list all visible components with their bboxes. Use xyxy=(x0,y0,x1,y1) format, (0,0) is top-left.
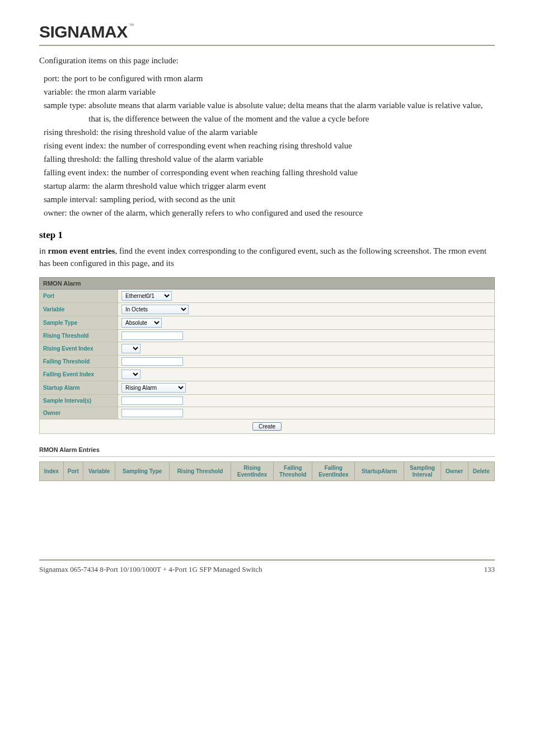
brand-bar: SIGNAMAX™ xyxy=(39,22,495,46)
entries-column-header: FallingThreshold xyxy=(273,462,312,481)
rising-event-index-select[interactable] xyxy=(121,344,140,353)
create-button[interactable]: Create xyxy=(252,422,282,431)
owner-input[interactable] xyxy=(121,409,183,417)
config-item: port:the port to be configured with rmon… xyxy=(44,72,495,85)
intro-paragraph: Configuration items on this page include… xyxy=(39,55,495,67)
config-item-term: owner: xyxy=(44,206,67,220)
config-item-desc: the number of corresponding event when r… xyxy=(111,166,358,179)
rising-threshold-input[interactable] xyxy=(121,332,183,340)
config-item-term: falling event index: xyxy=(44,166,109,179)
entries-column-header: Delete xyxy=(468,462,494,481)
footer-right: 133 xyxy=(484,565,495,574)
entries-header-row: IndexPortVariableSampling TypeRising Thr… xyxy=(40,462,495,481)
falling-threshold-input[interactable] xyxy=(121,357,183,366)
config-item-desc: the rising threshold value of the alarm … xyxy=(101,125,257,139)
config-item-term: sample type: xyxy=(44,99,86,125)
config-item: falling event index:the number of corres… xyxy=(44,166,495,179)
entries-column-header: StartupAlarm xyxy=(355,462,404,481)
falling-event-index-select[interactable] xyxy=(121,370,140,379)
entries-column-header: Index xyxy=(40,462,64,481)
config-item-term: port: xyxy=(44,72,59,85)
label-sample-type: Sample Type xyxy=(40,316,118,330)
label-owner: Owner xyxy=(40,407,118,419)
config-item-desc: the number of corresponding event when r… xyxy=(109,139,352,152)
label-rising-threshold: Rising Threshold xyxy=(40,330,118,342)
label-sample-interval: Sample Interval(s) xyxy=(40,395,118,407)
sample-interval-input[interactable] xyxy=(121,396,183,405)
entries-column-header: FallingEventIndex xyxy=(312,462,355,481)
brand-tm: ™ xyxy=(129,22,134,29)
entries-separator xyxy=(39,456,495,457)
label-variable: Variable xyxy=(40,303,118,316)
label-falling-event-index: Falling Event Index xyxy=(40,368,118,381)
variable-select[interactable]: In Octets xyxy=(121,305,189,314)
label-rising-event-index: Rising Event Index xyxy=(40,342,118,356)
config-item-term: variable: xyxy=(44,85,73,99)
entries-column-header: Port xyxy=(63,462,83,481)
config-item-desc: absolute means that alarm variable value… xyxy=(88,99,495,125)
config-item: startup alarm:the alarm threshold value … xyxy=(44,179,495,193)
brand-name: SIGNAMAX xyxy=(39,22,128,41)
label-startup-alarm: Startup Alarm xyxy=(40,381,118,395)
form-title: RMON Alarm xyxy=(40,278,495,290)
step-paragraph: in rmon event entries, find the event in… xyxy=(39,245,495,270)
config-item: falling threshold:the falling threshold … xyxy=(44,152,495,166)
footer-bar: Signamax 065-7434 8-Port 10/100/1000T + … xyxy=(39,559,495,574)
port-select[interactable]: Ethernet0/1 xyxy=(121,291,172,301)
step-heading: step 1 xyxy=(39,230,495,241)
label-port: Port xyxy=(40,290,118,303)
entries-column-header: SamplingInterval xyxy=(404,462,441,481)
config-item: rising event index:the number of corresp… xyxy=(44,139,495,152)
footer-left: Signamax 065-7434 8-Port 10/100/1000T + … xyxy=(39,565,262,574)
config-item: sample interval:sampling period, with se… xyxy=(44,193,495,206)
config-item-desc: the owner of the alarm, which generally … xyxy=(69,206,363,220)
entries-title: RMON Alarm Entries xyxy=(39,446,495,453)
entries-grid: IndexPortVariableSampling TypeRising Thr… xyxy=(39,461,495,481)
config-item-desc: the rmon alarm variable xyxy=(75,85,156,99)
config-item-desc: the falling threshold value of the alarm… xyxy=(104,152,263,166)
entries-column-header: RisingEventIndex xyxy=(231,462,274,481)
config-item-term: falling threshold: xyxy=(44,152,101,166)
config-item: rising threshold:the rising threshold va… xyxy=(44,125,495,139)
entries-column-header: Owner xyxy=(441,462,468,481)
entries-column-header: Variable xyxy=(83,462,115,481)
config-item-desc: the alarm threshold value which trigger … xyxy=(92,179,266,193)
label-falling-threshold: Falling Threshold xyxy=(40,356,118,368)
startup-alarm-select[interactable]: Rising Alarm xyxy=(121,383,186,393)
rmon-alarm-form: RMON Alarm Port Ethernet0/1 Variable In … xyxy=(39,277,495,434)
sample-type-select[interactable]: Absolute xyxy=(121,318,162,328)
config-item: owner:the owner of the alarm, which gene… xyxy=(44,206,495,220)
config-item-term: rising threshold: xyxy=(44,125,99,139)
config-item-desc: the port to be configured with rmon alar… xyxy=(62,72,203,85)
config-item-term: rising event index: xyxy=(44,139,106,152)
config-item-desc: sampling period, with second as the unit xyxy=(100,193,235,206)
config-item-list: port:the port to be configured with rmon… xyxy=(44,72,495,220)
config-item-term: sample interval: xyxy=(44,193,97,206)
config-item: variable:the rmon alarm variable xyxy=(44,85,495,99)
config-item: sample type:absolute means that alarm va… xyxy=(44,99,495,125)
step-text-bold: rmon event entries xyxy=(48,246,115,255)
step-text-before: in xyxy=(39,246,48,255)
entries-column-header: Rising Threshold xyxy=(169,462,231,481)
entries-column-header: Sampling Type xyxy=(115,462,169,481)
config-item-term: startup alarm: xyxy=(44,179,90,193)
